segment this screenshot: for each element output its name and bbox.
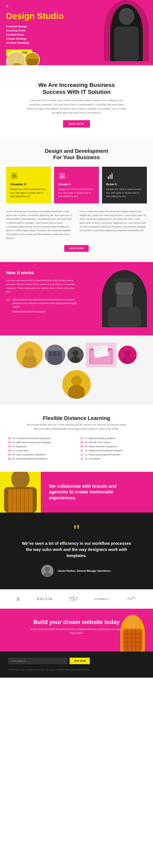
build-dream-subtitle: Lorem aute irure dolor in reprehenderit … xyxy=(31,627,122,635)
two-col-text: In arcu sit amet lorem venenatis, quis i… xyxy=(6,210,147,240)
visualize-text: Sample text. Click to select this text b… xyxy=(10,187,47,198)
email-input[interactable] xyxy=(8,658,67,664)
svg-rect-6 xyxy=(27,59,38,65)
photos-row xyxy=(4,342,149,399)
testimonial-section: " We’ve seen a lot of efficiency in our … xyxy=(0,513,153,589)
svg-point-36 xyxy=(124,349,131,356)
svg-point-54 xyxy=(126,616,139,630)
brand-logo-2: BALVIN xyxy=(37,597,53,601)
photo-envelope xyxy=(86,343,116,367)
footer-form-inner: JOIN NOW xyxy=(8,658,90,664)
brand-logo-4: CONNECT xyxy=(94,598,109,600)
svg-point-50 xyxy=(45,567,50,572)
brands-section: S BALVIN CONNECT xyxy=(0,589,153,609)
brand-logo-5 xyxy=(126,596,136,602)
how-it-works-section: How it works Arti socia visit earum in f… xyxy=(0,262,153,336)
svg-rect-1 xyxy=(114,27,139,61)
collab-text: We collaborate with brands and agencies … xyxy=(49,484,117,501)
svg-point-19 xyxy=(25,348,34,356)
list-item-8: 08.08. Roll-Off Truss Trailers xyxy=(81,441,145,443)
create-title: Create it xyxy=(58,182,95,186)
list-item-6: 06.06. Automated Measuring Systems xyxy=(8,458,72,460)
testimonial-info: - James Hawkes, General Manager Operatio… xyxy=(57,569,112,572)
how-left: How it works Arti socia visit earum in f… xyxy=(6,270,84,327)
quote-text: Aliquet ridicule arcu pellentesque, lore… xyxy=(13,298,80,309)
design-dev-section: Design and Development For Your Business… xyxy=(0,138,153,262)
list-col-1: 01.01. Component Production Equipment 02… xyxy=(8,437,72,462)
svg-rect-56 xyxy=(123,629,142,652)
list-item-1: 01.01. Component Production Equipment xyxy=(8,437,72,439)
svg-rect-14 xyxy=(113,278,136,282)
testimonial-text: We’ve seen a lot of efficiency in our wo… xyxy=(21,540,132,559)
business-title: We Are Increasing Business Success With … xyxy=(12,82,141,95)
photo-circle-3 xyxy=(67,347,84,363)
hero-person-image xyxy=(104,0,149,61)
build-dream-section: Build your dream website today Lorem aut… xyxy=(0,609,153,652)
svg-point-39 xyxy=(71,375,82,386)
list-item-7: 07.07. Material Handling Systems xyxy=(81,437,145,439)
create-text: Sample text. Click to select this text b… xyxy=(58,187,95,198)
flexible-learning-section: Flexible Distance Learning We provide fl… xyxy=(0,405,153,471)
brand-logo-1: S xyxy=(17,596,20,602)
grow-icon xyxy=(106,172,114,180)
card-visualize: Visualize it Sample text. Click to selec… xyxy=(6,167,51,204)
brand-logo-3 xyxy=(69,596,78,602)
photo-circle-2 xyxy=(45,345,65,365)
list-item-4: 04.04. Linear Saws xyxy=(8,449,72,452)
footer-bottom-text: Sample text. Click to select this text b… xyxy=(8,668,145,672)
business-section: We Are Increasing Business Success With … xyxy=(0,65,153,138)
footer-section: JOIN NOW Sample text. Click to select th… xyxy=(0,652,153,678)
svg-rect-16 xyxy=(108,307,141,327)
flex-learning-subtitle: We provide flexible and 24/7 online lear… xyxy=(26,423,127,431)
build-person-image xyxy=(120,615,145,652)
quote-block: " Aliquet ridicule arcu pellentesque, lo… xyxy=(6,298,80,313)
how-right xyxy=(90,270,147,327)
create-icon xyxy=(58,172,66,180)
list-cols: 01.01. Component Production Equipment 02… xyxy=(8,437,145,462)
hero-title: Design Studio xyxy=(6,11,75,21)
collaborate-section: We collaborate with brands and agencies … xyxy=(0,472,153,513)
svg-point-0 xyxy=(119,8,134,25)
col-text-2: In arcu nullam venenatis enim fermentum … xyxy=(80,210,147,240)
photo-circle-5 xyxy=(62,370,91,399)
visualize-icon xyxy=(10,172,18,180)
svg-rect-23 xyxy=(54,352,57,356)
big-quote-mark: " xyxy=(16,525,137,536)
photo-circle-4 xyxy=(118,346,137,364)
person-silhouette xyxy=(110,4,143,61)
design-dev-title: Design and Development For Your Business xyxy=(6,148,147,161)
testimonial-person: - James Hawkes, General Manager Operatio… xyxy=(16,565,137,577)
card-create: Create it Sample text. Click to select t… xyxy=(54,167,99,204)
svg-rect-24 xyxy=(58,352,60,356)
list-col-2: 07.07. Material Handling Systems 08.08. … xyxy=(81,437,145,462)
quote-mark: " xyxy=(6,298,10,306)
flex-learning-title: Flexible Distance Learning xyxy=(8,415,145,421)
svg-point-41 xyxy=(11,472,30,489)
list-item-12: 12.12. Consultants xyxy=(81,458,145,460)
list-item-10: 10.10. Replacement Production Surfaces xyxy=(81,449,145,452)
how-title: How it works xyxy=(6,270,80,275)
svg-rect-22 xyxy=(49,352,52,356)
svg-point-26 xyxy=(72,350,78,356)
how-text: Arti socia visit earum in felis, aliquet… xyxy=(6,279,80,294)
list-item-9: 09.09. Waste Reduction Equipment xyxy=(81,445,145,448)
collab-right: We collaborate with brands and agencies … xyxy=(41,472,153,513)
card-grow: Grow it Sample text. Click to select thi… xyxy=(102,167,147,204)
how-person-image xyxy=(102,270,147,327)
quote-content: Aliquet ridicule arcu pellentesque, lore… xyxy=(13,298,80,313)
read-more-btn-2[interactable]: READ MORE xyxy=(64,245,89,252)
read-more-button[interactable]: READ MORE xyxy=(63,120,90,127)
visualize-title: Visualize it xyxy=(10,182,47,186)
svg-point-9 xyxy=(13,175,15,177)
hero-circle-2 xyxy=(25,52,40,65)
list-item-2: 02.02. Wall Panel Framing and Sheathing xyxy=(8,441,72,443)
list-item-5: 05.05. Spec Component, Radial Arm, xyxy=(8,454,72,456)
photos-section xyxy=(0,336,153,405)
grow-text: Sample text. Click to select this text b… xyxy=(106,187,143,198)
business-text: Lorem ad minim veniam, quis nostrud exer… xyxy=(26,98,127,115)
photo-circle-1 xyxy=(16,342,43,368)
collab-person-container xyxy=(0,472,41,513)
grow-title: Grow it xyxy=(106,182,143,186)
list-item-11: 11.11. Plant Layout Experts/Production xyxy=(81,454,145,456)
join-now-button[interactable]: JOIN NOW xyxy=(69,658,90,664)
